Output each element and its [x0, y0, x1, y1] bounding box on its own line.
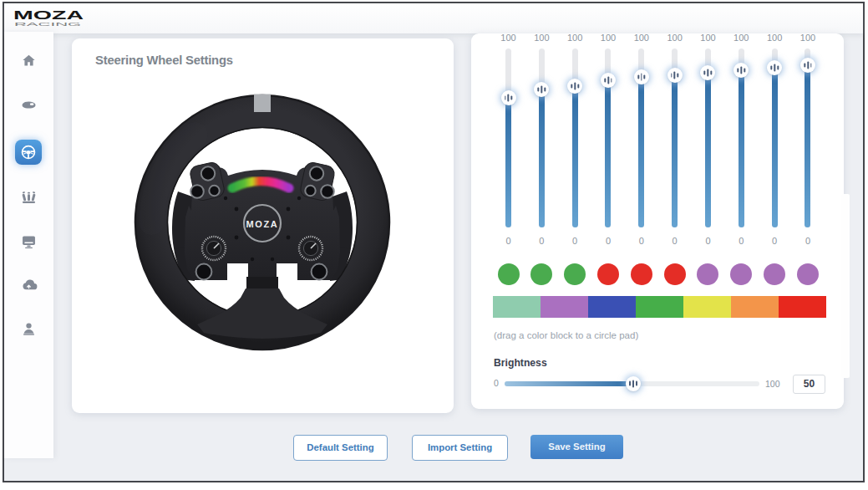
svg-text:MOZA: MOZA [13, 8, 84, 22]
svg-text:MOZA: MOZA [246, 219, 279, 229]
svg-text:RACING: RACING [14, 22, 83, 27]
